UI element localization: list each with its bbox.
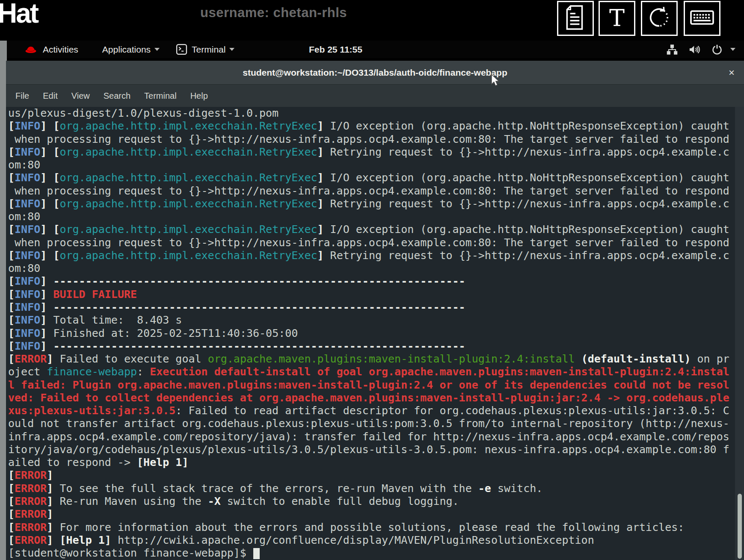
terminal-line: [ERROR] [Help 1] http://cwiki.apache.org…	[8, 534, 744, 547]
terminal-cursor	[253, 548, 260, 559]
refresh-button[interactable]	[641, 1, 678, 36]
terminal-line: [INFO] [org.apache.http.impl.execchain.R…	[8, 223, 744, 236]
terminal-line: l failed: Plugin org.apache.maven.plugin…	[8, 379, 744, 392]
redhat-icon	[25, 45, 37, 54]
terminal-line: [INFO] [org.apache.http.impl.execchain.R…	[8, 171, 744, 184]
menu-file[interactable]: File	[13, 90, 32, 102]
power-icon[interactable]	[711, 44, 723, 55]
terminal-line: [ERROR] Re-run Maven using the -X switch…	[8, 495, 744, 508]
terminal-line: [INFO] Finished at: 2025-02-25T11:40:36-…	[8, 327, 744, 340]
activities-button[interactable]: Activities	[43, 44, 78, 55]
chevron-down-icon[interactable]	[730, 48, 735, 51]
close-icon[interactable]: ×	[729, 61, 735, 85]
username-label: username: chetan-rhls	[200, 5, 347, 21]
terminal-line: [INFO] BUILD FAILURE	[8, 288, 744, 301]
terminal-line: om:80	[8, 210, 744, 223]
terminal-line: when processing request to {}->http://ne…	[8, 133, 744, 146]
menu-view[interactable]: View	[69, 90, 92, 102]
keyboard-button[interactable]	[684, 1, 720, 36]
terminal-app-icon	[176, 44, 187, 55]
terminal-line: [INFO] Total time: 8.403 s	[8, 314, 744, 327]
chevron-down-icon	[229, 48, 234, 51]
terminal-line: when processing request to {}->http://ne…	[8, 185, 744, 197]
terminal-line: ved: Failed to collect dependencies at o…	[8, 392, 744, 404]
menu-search[interactable]: Search	[101, 90, 133, 102]
terminal-line: xus:plexus-utils:jar:3.0.5: Failed to re…	[8, 404, 744, 417]
terminal-line: [ERROR]	[8, 469, 744, 482]
scrollbar-handle[interactable]	[738, 494, 742, 559]
terminal-line: us/plexus-digest/1.0/plexus-digest-1.0.p…	[8, 107, 744, 120]
terminal-line: [ERROR] Failed to execute goal org.apach…	[8, 353, 744, 365]
applications-label: Applications	[102, 44, 151, 55]
terminal-line: [ERROR] For more information about the e…	[8, 521, 744, 534]
terminal-app-menu[interactable]: Terminal	[176, 44, 234, 55]
terminal-line: om:80	[8, 159, 744, 171]
terminal-line: itory/java/org/codehaus/plexus/plexus-ut…	[8, 443, 744, 456]
terminal-line: [INFO] [org.apache.http.impl.execchain.R…	[8, 146, 744, 159]
terminal-titlebar[interactable]: student@workstation:~/DO313/labs/auth-oi…	[6, 61, 744, 85]
menu-bar: FileEditViewSearchTerminalHelp	[6, 85, 744, 107]
terminal-line: [INFO] [org.apache.http.impl.execchain.R…	[8, 249, 744, 262]
menu-help[interactable]: Help	[188, 90, 210, 102]
terminal-line: oject finance-webapp: Execution default-…	[8, 365, 744, 378]
terminal-line: om:80	[8, 262, 744, 275]
text-icon: T	[609, 7, 625, 30]
terminal-window: student@workstation:~/DO313/labs/auth-oi…	[6, 61, 744, 560]
chevron-down-icon	[154, 48, 160, 51]
terminal-line: ould not transfer artifact org.codehaus.…	[8, 417, 744, 430]
network-icon[interactable]	[666, 44, 678, 55]
terminal-line: [INFO] ---------------------------------…	[8, 340, 744, 353]
terminal-line: ailed to respond -> [Help 1]	[8, 456, 744, 469]
terminal-line: [INFO] [org.apache.http.impl.execchain.R…	[8, 197, 744, 210]
terminal-line: [INFO] ---------------------------------…	[8, 301, 744, 314]
refresh-icon	[647, 5, 672, 32]
volume-icon[interactable]	[688, 44, 701, 55]
gnome-top-bar: Activities Applications Terminal Feb 25 …	[7, 41, 744, 58]
clock-button[interactable]: Feb 25 11:55	[309, 41, 362, 58]
menu-edit[interactable]: Edit	[40, 90, 60, 102]
scrollbar-track[interactable]	[735, 107, 744, 560]
terminal-app-label: Terminal	[192, 44, 225, 55]
terminal-line: [ERROR]	[8, 508, 744, 521]
text-tool-button[interactable]: T	[599, 1, 635, 36]
console-overlay-bar: Hat username: chetan-rhls T	[0, 0, 744, 41]
document-icon	[565, 5, 586, 32]
redhat-logo-text: Hat	[0, 0, 38, 29]
terminal-line: [INFO] ---------------------------------…	[8, 275, 744, 288]
terminal-line: [INFO] [org.apache.http.impl.execchain.R…	[8, 120, 744, 133]
terminal-line: [ERROR] To see the full stack trace of t…	[8, 482, 744, 495]
menu-terminal[interactable]: Terminal	[142, 90, 179, 102]
terminal-line: [student@workstation finance-webapp]$	[8, 547, 744, 560]
terminal-line: when processing request to {}->http://ne…	[8, 236, 744, 249]
document-icon-button[interactable]	[557, 1, 594, 36]
terminal-output[interactable]: us/plexus-digest/1.0/plexus-digest-1.0.p…	[6, 107, 744, 560]
window-title: student@workstation:~/DO313/labs/auth-oi…	[243, 68, 507, 78]
terminal-line: infra.apps.ocp4.example.com/repository/j…	[8, 430, 744, 443]
keyboard-icon	[690, 9, 714, 28]
applications-menu[interactable]: Applications	[102, 44, 160, 55]
